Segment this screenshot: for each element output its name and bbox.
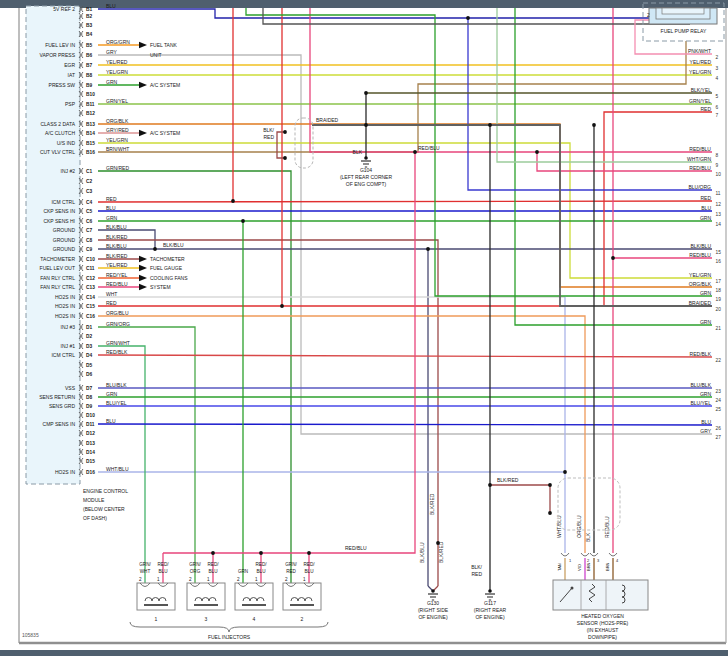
pin-id: C7 (86, 228, 92, 233)
wire-label: BRAIDED (316, 117, 339, 123)
edge-wire-color: GRN (700, 319, 712, 325)
pin-wire-color: YEL/GRN (106, 69, 128, 75)
junction-dot (548, 483, 552, 487)
wire-label: BLK (353, 149, 363, 155)
edge-terminal-number: 16 (716, 259, 722, 264)
ecm-label: (BELOW CENTER (83, 506, 125, 512)
junction-dot (535, 150, 539, 154)
edge-terminal-number: 19 (716, 297, 722, 302)
pin-signal-name: INJ #2 (61, 168, 76, 174)
ho2s-label: (IN EXHAUST (587, 627, 619, 633)
edge-wire-color: RED (700, 106, 711, 112)
destination-label: FUEL GAUGE (150, 265, 183, 271)
injector-number: 1 (155, 616, 158, 622)
injector-pin-number: 2 (285, 577, 288, 582)
injector-pin-number: 1 (303, 577, 306, 582)
pin-id: D1 (86, 325, 92, 330)
pin-id: B1 (86, 7, 92, 12)
pin-wire-color: BLU (106, 205, 116, 211)
pin-id: D10 (86, 413, 95, 418)
pin-id: B2 (86, 14, 92, 19)
pin-wire-color: WHT (106, 291, 117, 297)
pin-id: D3 (86, 344, 92, 349)
pin-id: D9 (86, 404, 92, 409)
pin-id: D12 (86, 431, 95, 436)
pin-signal-name: SENS GRD (49, 403, 76, 409)
pin-signal-name: FUEL LEV IN (45, 42, 75, 48)
junction-dot (413, 150, 417, 154)
junction-dot (231, 199, 235, 203)
edge-wire-color: GRY (700, 428, 711, 434)
ground-junction (364, 156, 368, 160)
destination-label: COOLING FANS (150, 275, 188, 281)
wire-label: BLK/RED (429, 493, 435, 515)
junction-dot (488, 123, 492, 127)
wire-label: BLK/BLU (163, 242, 184, 248)
wiring-diagram: 105835ENGINE CONTROLMODULE(BELOW CENTERO… (0, 0, 728, 656)
relay-pin-number: 2 (647, 13, 650, 18)
injector-wire-color: RED/ (208, 562, 220, 567)
pin-id: B4 (86, 32, 92, 37)
pin-wire-color: BLU/BLK (106, 382, 127, 388)
pin-wire-color: GRN/YEL (106, 98, 128, 104)
wire-label: RED (263, 134, 274, 140)
edge-wire-color: RED (700, 195, 711, 201)
edge-terminal-number: 11 (716, 191, 721, 196)
wire-label: BLK/RED (497, 477, 519, 483)
pin-wire-color: GRN (106, 79, 118, 85)
edge-wire-color: YEL/GRN (689, 272, 711, 278)
pin-id: B5 (86, 43, 92, 48)
pin-wire-color: BRN/WHT (106, 146, 129, 152)
edge-terminal-number: 22 (716, 358, 722, 363)
edge-wire-color: GRN (700, 215, 712, 221)
pin-wire-color: GRN (106, 215, 118, 221)
wire-label: RED (471, 571, 482, 577)
ground-label: (RIGHT SIDE (418, 607, 449, 613)
pin-wire-color: BLU (106, 3, 116, 9)
edge-wire-color: PNK/WHT (688, 48, 711, 54)
pin-wire-color: GRN (106, 391, 118, 397)
injector-pin-number: 1 (157, 577, 160, 582)
pin-wire-color: BLK/RED (106, 234, 128, 240)
wire-label: RED/BLU (418, 145, 440, 151)
pin-wire-color: GRY/RED (106, 127, 129, 133)
edge-wire-color: GRN (700, 391, 712, 397)
pin-id: C1 (86, 169, 92, 174)
injector-wire-color: RED/ (256, 562, 268, 567)
pin-id: C5 (86, 209, 92, 214)
edge-wire-color: RED/BLU (689, 165, 711, 171)
edge-wire-color: YEL/GRN (689, 69, 711, 75)
pin-id: C8 (86, 238, 92, 243)
pin-id: B9 (86, 83, 92, 88)
doc-number: 105835 (22, 632, 39, 638)
ground-label: (RIGHT REAR (474, 607, 507, 613)
pin-signal-name: CMP SENS IN (43, 421, 76, 427)
injector-number: 4 (253, 616, 256, 622)
relay-internal (662, 8, 704, 14)
wire-label: RED/BLU (345, 545, 367, 551)
destination-label: A/C SYSTEM (150, 130, 180, 136)
junction-dot (488, 483, 492, 487)
pin-wire-color: RED (106, 300, 117, 306)
wire-label: BRN (586, 562, 591, 571)
injector-pin-number: 2 (237, 577, 240, 582)
wire-label: ORG/BLU (576, 515, 582, 538)
pin-id: C14 (86, 295, 95, 300)
pin-wire-color: RED (106, 196, 117, 202)
pin-wire-color: WHT/BLU (106, 466, 129, 472)
pin-signal-name: INJ #1 (61, 343, 76, 349)
pin-id: D8 (86, 395, 92, 400)
edge-wire-color: BLU/YEL (690, 400, 711, 406)
injector-wire-color: ORG (190, 569, 201, 574)
destination-label: A/C SYSTEM (150, 82, 180, 88)
injector-number: 3 (205, 616, 208, 622)
pin-id: D14 (86, 450, 95, 455)
wire-label: RED/BLU (604, 516, 610, 538)
injector-wire-color: RED/ (158, 562, 170, 567)
edge-wire-color: RED/BLU (689, 146, 711, 152)
pin-wire-color: BLK/BLU (106, 243, 127, 249)
junction-dot (241, 219, 245, 223)
pin-signal-name: FAN RLY CTRL (40, 275, 75, 281)
pin-signal-name: CUT VLV CTRL (40, 149, 75, 155)
pin-wire-color: BLK/RED (106, 253, 128, 259)
